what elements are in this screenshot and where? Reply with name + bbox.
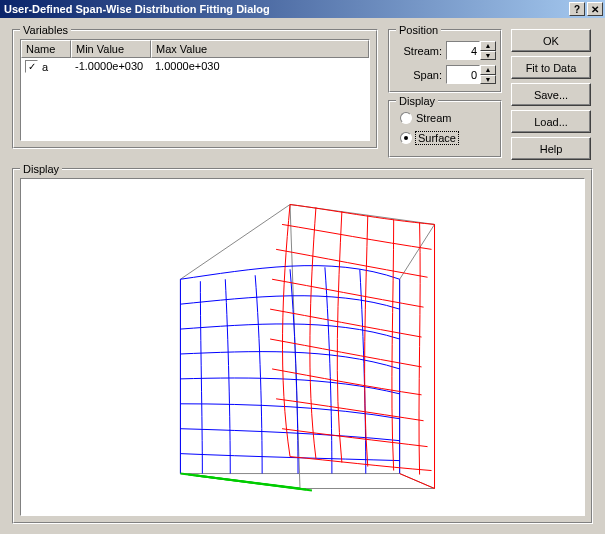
radio-stream-circle: [400, 112, 412, 124]
display-panel-group: Display: [12, 168, 593, 524]
radio-surface-circle: [400, 132, 412, 144]
variables-table: Name Min Value Max Value ✓ a -1.0000e+03…: [20, 39, 370, 141]
window-title: User-Defined Span-Wise Distribution Fitt…: [4, 3, 567, 15]
row-checkbox[interactable]: ✓: [25, 60, 38, 73]
table-row[interactable]: ✓ a -1.0000e+030 1.0000e+030: [21, 58, 369, 75]
radio-stream[interactable]: Stream: [400, 112, 451, 124]
radio-stream-label: Stream: [416, 112, 451, 124]
titlebar: User-Defined Span-Wise Distribution Fitt…: [0, 0, 605, 18]
display-panel-legend: Display: [20, 163, 62, 175]
fit-to-data-button[interactable]: Fit to Data: [511, 56, 591, 79]
position-group: Position Stream: 4 ▲ ▼ Span: 0 ▲ ▼: [388, 29, 502, 93]
help-title-button[interactable]: ?: [569, 2, 585, 16]
position-legend: Position: [396, 24, 441, 36]
ok-button[interactable]: OK: [511, 29, 591, 52]
span-down-icon[interactable]: ▼: [480, 75, 496, 85]
mesh-surface-icon: [21, 179, 584, 515]
table-body[interactable]: ✓ a -1.0000e+030 1.0000e+030: [21, 58, 369, 140]
svg-line-4: [400, 474, 435, 489]
span-label: Span:: [413, 69, 442, 81]
stream-up-icon[interactable]: ▲: [480, 41, 496, 51]
close-title-button[interactable]: ✕: [587, 2, 603, 16]
span-input[interactable]: 0: [446, 65, 480, 84]
row-min: -1.0000e+030: [71, 60, 151, 73]
stream-label: Stream:: [403, 45, 442, 57]
stream-spinbox: Stream: 4 ▲ ▼: [396, 41, 496, 60]
span-spinbox: Span: 0 ▲ ▼: [396, 65, 496, 84]
display-canvas[interactable]: [20, 178, 585, 516]
save-button[interactable]: Save...: [511, 83, 591, 106]
svg-line-8: [196, 476, 312, 491]
span-up-icon[interactable]: ▲: [480, 65, 496, 75]
col-min[interactable]: Min Value: [71, 40, 151, 58]
load-button[interactable]: Load...: [511, 110, 591, 133]
variables-group: Variables Name Min Value Max Value ✓ a -…: [12, 29, 378, 149]
table-header: Name Min Value Max Value: [21, 40, 369, 58]
stream-down-icon[interactable]: ▼: [480, 51, 496, 61]
row-max: 1.0000e+030: [151, 60, 224, 73]
radio-surface[interactable]: Surface: [400, 132, 458, 144]
row-name: a: [42, 61, 48, 73]
stream-input[interactable]: 4: [446, 41, 480, 60]
variables-legend: Variables: [20, 24, 71, 36]
radio-surface-label: Surface: [416, 132, 458, 144]
col-max[interactable]: Max Value: [151, 40, 369, 58]
help-button[interactable]: Help: [511, 137, 591, 160]
display-options-group: Display Stream Surface: [388, 100, 502, 158]
display-options-legend: Display: [396, 95, 438, 107]
col-name[interactable]: Name: [21, 40, 71, 58]
